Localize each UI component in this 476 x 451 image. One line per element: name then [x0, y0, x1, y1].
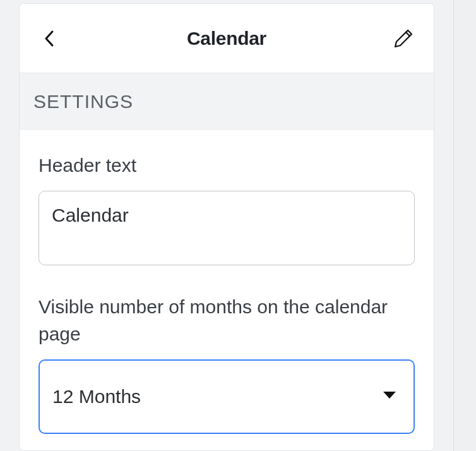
panel-title: Calendar: [187, 28, 266, 49]
form-area: Header text Visible number of months on …: [20, 130, 434, 451]
visible-months-value: 12 Months: [52, 386, 141, 407]
back-button[interactable]: [39, 27, 61, 50]
visible-months-select[interactable]: 12 Months: [39, 359, 415, 434]
pencil-icon: [393, 28, 414, 49]
right-divider: [453, 0, 476, 451]
chevron-left-icon: [44, 30, 56, 47]
edit-button[interactable]: [392, 27, 415, 50]
visible-months-label: Visible number of months on the calendar…: [39, 293, 415, 348]
header-text-label: Header text: [39, 152, 415, 179]
header-text-input[interactable]: [39, 191, 415, 265]
panel-header: Calendar: [20, 4, 434, 73]
settings-panel: Calendar SETTINGS Header text Visible nu…: [19, 3, 434, 451]
section-header-settings: SETTINGS: [20, 73, 434, 130]
chevron-down-icon: [382, 390, 397, 403]
